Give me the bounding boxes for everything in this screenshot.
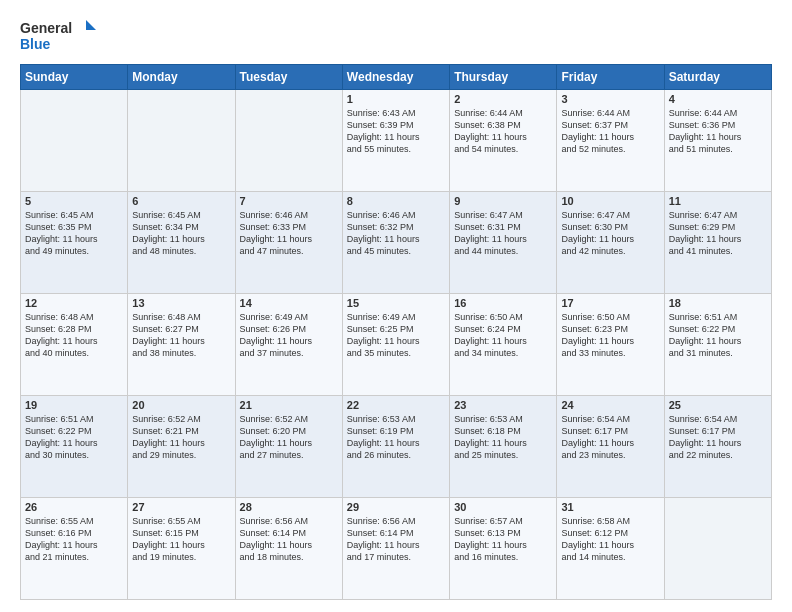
weekday-header-friday: Friday — [557, 65, 664, 90]
weekday-header-monday: Monday — [128, 65, 235, 90]
weekday-header-tuesday: Tuesday — [235, 65, 342, 90]
day-cell-21: 21Sunrise: 6:52 AM Sunset: 6:20 PM Dayli… — [235, 396, 342, 498]
day-number: 25 — [669, 399, 767, 411]
day-cell-8: 8Sunrise: 6:46 AM Sunset: 6:32 PM Daylig… — [342, 192, 449, 294]
day-info: Sunrise: 6:47 AM Sunset: 6:31 PM Dayligh… — [454, 209, 552, 258]
day-number: 31 — [561, 501, 659, 513]
day-cell-17: 17Sunrise: 6:50 AM Sunset: 6:23 PM Dayli… — [557, 294, 664, 396]
svg-text:General: General — [20, 20, 72, 36]
svg-text:Blue: Blue — [20, 36, 51, 52]
empty-cell — [664, 498, 771, 600]
day-number: 26 — [25, 501, 123, 513]
week-row-1: 1Sunrise: 6:43 AM Sunset: 6:39 PM Daylig… — [21, 90, 772, 192]
header: General Blue — [20, 16, 772, 56]
week-row-2: 5Sunrise: 6:45 AM Sunset: 6:35 PM Daylig… — [21, 192, 772, 294]
day-info: Sunrise: 6:44 AM Sunset: 6:36 PM Dayligh… — [669, 107, 767, 156]
day-cell-13: 13Sunrise: 6:48 AM Sunset: 6:27 PM Dayli… — [128, 294, 235, 396]
day-cell-7: 7Sunrise: 6:46 AM Sunset: 6:33 PM Daylig… — [235, 192, 342, 294]
day-number: 17 — [561, 297, 659, 309]
day-number: 21 — [240, 399, 338, 411]
day-number: 24 — [561, 399, 659, 411]
day-cell-12: 12Sunrise: 6:48 AM Sunset: 6:28 PM Dayli… — [21, 294, 128, 396]
day-number: 15 — [347, 297, 445, 309]
day-cell-31: 31Sunrise: 6:58 AM Sunset: 6:12 PM Dayli… — [557, 498, 664, 600]
empty-cell — [235, 90, 342, 192]
day-info: Sunrise: 6:56 AM Sunset: 6:14 PM Dayligh… — [347, 515, 445, 564]
day-cell-5: 5Sunrise: 6:45 AM Sunset: 6:35 PM Daylig… — [21, 192, 128, 294]
logo-svg: General Blue — [20, 16, 100, 56]
day-number: 23 — [454, 399, 552, 411]
day-cell-11: 11Sunrise: 6:47 AM Sunset: 6:29 PM Dayli… — [664, 192, 771, 294]
day-info: Sunrise: 6:50 AM Sunset: 6:23 PM Dayligh… — [561, 311, 659, 360]
day-cell-15: 15Sunrise: 6:49 AM Sunset: 6:25 PM Dayli… — [342, 294, 449, 396]
day-number: 16 — [454, 297, 552, 309]
day-info: Sunrise: 6:50 AM Sunset: 6:24 PM Dayligh… — [454, 311, 552, 360]
day-number: 5 — [25, 195, 123, 207]
day-info: Sunrise: 6:45 AM Sunset: 6:35 PM Dayligh… — [25, 209, 123, 258]
day-info: Sunrise: 6:53 AM Sunset: 6:19 PM Dayligh… — [347, 413, 445, 462]
day-info: Sunrise: 6:52 AM Sunset: 6:20 PM Dayligh… — [240, 413, 338, 462]
day-number: 27 — [132, 501, 230, 513]
day-info: Sunrise: 6:49 AM Sunset: 6:25 PM Dayligh… — [347, 311, 445, 360]
day-cell-18: 18Sunrise: 6:51 AM Sunset: 6:22 PM Dayli… — [664, 294, 771, 396]
day-info: Sunrise: 6:56 AM Sunset: 6:14 PM Dayligh… — [240, 515, 338, 564]
day-info: Sunrise: 6:49 AM Sunset: 6:26 PM Dayligh… — [240, 311, 338, 360]
day-number: 4 — [669, 93, 767, 105]
week-row-4: 19Sunrise: 6:51 AM Sunset: 6:22 PM Dayli… — [21, 396, 772, 498]
day-info: Sunrise: 6:54 AM Sunset: 6:17 PM Dayligh… — [669, 413, 767, 462]
day-info: Sunrise: 6:54 AM Sunset: 6:17 PM Dayligh… — [561, 413, 659, 462]
day-info: Sunrise: 6:58 AM Sunset: 6:12 PM Dayligh… — [561, 515, 659, 564]
day-number: 12 — [25, 297, 123, 309]
day-cell-30: 30Sunrise: 6:57 AM Sunset: 6:13 PM Dayli… — [450, 498, 557, 600]
day-cell-26: 26Sunrise: 6:55 AM Sunset: 6:16 PM Dayli… — [21, 498, 128, 600]
day-info: Sunrise: 6:53 AM Sunset: 6:18 PM Dayligh… — [454, 413, 552, 462]
day-info: Sunrise: 6:44 AM Sunset: 6:38 PM Dayligh… — [454, 107, 552, 156]
day-cell-23: 23Sunrise: 6:53 AM Sunset: 6:18 PM Dayli… — [450, 396, 557, 498]
day-number: 7 — [240, 195, 338, 207]
day-info: Sunrise: 6:43 AM Sunset: 6:39 PM Dayligh… — [347, 107, 445, 156]
day-number: 2 — [454, 93, 552, 105]
day-number: 8 — [347, 195, 445, 207]
day-cell-20: 20Sunrise: 6:52 AM Sunset: 6:21 PM Dayli… — [128, 396, 235, 498]
weekday-header-thursday: Thursday — [450, 65, 557, 90]
weekday-header-sunday: Sunday — [21, 65, 128, 90]
calendar-page: General Blue SundayMondayTuesdayWednesda… — [0, 0, 792, 612]
day-number: 29 — [347, 501, 445, 513]
day-number: 13 — [132, 297, 230, 309]
day-info: Sunrise: 6:52 AM Sunset: 6:21 PM Dayligh… — [132, 413, 230, 462]
day-number: 19 — [25, 399, 123, 411]
day-number: 18 — [669, 297, 767, 309]
day-cell-28: 28Sunrise: 6:56 AM Sunset: 6:14 PM Dayli… — [235, 498, 342, 600]
day-info: Sunrise: 6:51 AM Sunset: 6:22 PM Dayligh… — [25, 413, 123, 462]
day-number: 6 — [132, 195, 230, 207]
weekday-header-wednesday: Wednesday — [342, 65, 449, 90]
day-info: Sunrise: 6:45 AM Sunset: 6:34 PM Dayligh… — [132, 209, 230, 258]
day-cell-29: 29Sunrise: 6:56 AM Sunset: 6:14 PM Dayli… — [342, 498, 449, 600]
day-info: Sunrise: 6:48 AM Sunset: 6:27 PM Dayligh… — [132, 311, 230, 360]
day-info: Sunrise: 6:57 AM Sunset: 6:13 PM Dayligh… — [454, 515, 552, 564]
calendar-table: SundayMondayTuesdayWednesdayThursdayFrid… — [20, 64, 772, 600]
day-cell-6: 6Sunrise: 6:45 AM Sunset: 6:34 PM Daylig… — [128, 192, 235, 294]
day-info: Sunrise: 6:48 AM Sunset: 6:28 PM Dayligh… — [25, 311, 123, 360]
empty-cell — [128, 90, 235, 192]
week-row-3: 12Sunrise: 6:48 AM Sunset: 6:28 PM Dayli… — [21, 294, 772, 396]
day-info: Sunrise: 6:55 AM Sunset: 6:16 PM Dayligh… — [25, 515, 123, 564]
day-cell-3: 3Sunrise: 6:44 AM Sunset: 6:37 PM Daylig… — [557, 90, 664, 192]
weekday-header-saturday: Saturday — [664, 65, 771, 90]
day-info: Sunrise: 6:46 AM Sunset: 6:32 PM Dayligh… — [347, 209, 445, 258]
day-cell-19: 19Sunrise: 6:51 AM Sunset: 6:22 PM Dayli… — [21, 396, 128, 498]
day-cell-14: 14Sunrise: 6:49 AM Sunset: 6:26 PM Dayli… — [235, 294, 342, 396]
day-cell-4: 4Sunrise: 6:44 AM Sunset: 6:36 PM Daylig… — [664, 90, 771, 192]
day-number: 20 — [132, 399, 230, 411]
day-cell-16: 16Sunrise: 6:50 AM Sunset: 6:24 PM Dayli… — [450, 294, 557, 396]
day-info: Sunrise: 6:44 AM Sunset: 6:37 PM Dayligh… — [561, 107, 659, 156]
day-number: 28 — [240, 501, 338, 513]
day-cell-24: 24Sunrise: 6:54 AM Sunset: 6:17 PM Dayli… — [557, 396, 664, 498]
day-number: 9 — [454, 195, 552, 207]
empty-cell — [21, 90, 128, 192]
day-cell-25: 25Sunrise: 6:54 AM Sunset: 6:17 PM Dayli… — [664, 396, 771, 498]
day-cell-2: 2Sunrise: 6:44 AM Sunset: 6:38 PM Daylig… — [450, 90, 557, 192]
day-number: 30 — [454, 501, 552, 513]
day-cell-10: 10Sunrise: 6:47 AM Sunset: 6:30 PM Dayli… — [557, 192, 664, 294]
week-row-5: 26Sunrise: 6:55 AM Sunset: 6:16 PM Dayli… — [21, 498, 772, 600]
